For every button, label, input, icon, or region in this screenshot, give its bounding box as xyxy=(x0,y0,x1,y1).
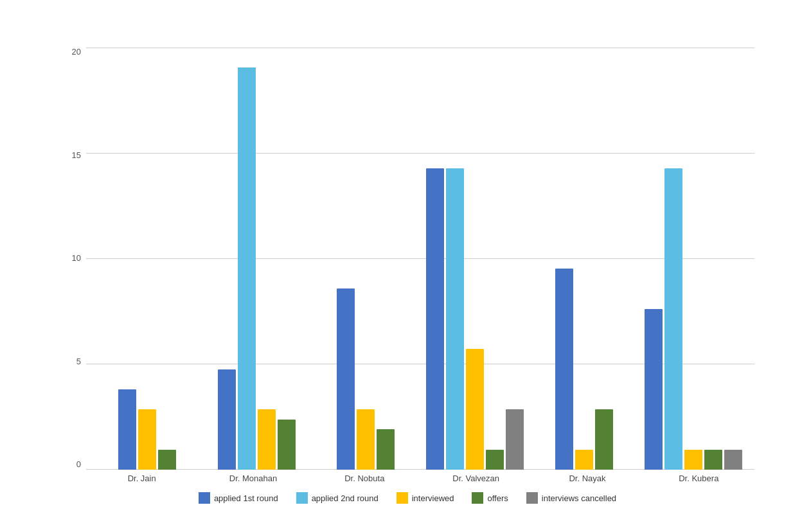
y-axis-label: 0 xyxy=(60,460,86,468)
bar-applied1st xyxy=(555,269,573,470)
grid-and-bars: 05101520 xyxy=(60,48,754,470)
bar-group xyxy=(530,48,639,470)
bar-group xyxy=(639,48,748,470)
bar-group xyxy=(202,48,311,470)
legend: applied 1st roundapplied 2nd roundinterv… xyxy=(60,492,754,504)
legend-swatch xyxy=(397,492,408,504)
bar-offers xyxy=(595,409,613,470)
y-axis: 05101520 xyxy=(60,48,86,470)
legend-label: applied 1st round xyxy=(214,493,278,503)
bar-group xyxy=(311,48,420,470)
bar-group xyxy=(420,48,530,470)
bar-applied1st xyxy=(118,389,136,470)
x-axis-label: Dr. Nobuta xyxy=(309,474,420,483)
bar-applied1st xyxy=(426,168,444,470)
bar-applied2nd xyxy=(664,168,682,470)
bar-interviewed xyxy=(684,450,702,470)
legend-label: interviews cancelled xyxy=(542,493,616,503)
legend-swatch xyxy=(526,492,538,504)
y-axis-label: 15 xyxy=(60,151,86,159)
x-axis-label: Dr. Kubera xyxy=(643,474,754,483)
bar-applied1st xyxy=(218,369,236,470)
bar-group xyxy=(93,48,202,470)
legend-item-applied2nd: applied 2nd round xyxy=(296,492,379,504)
legend-item-offers: offers xyxy=(472,492,508,504)
x-labels: Dr. JainDr. MonahanDr. NobutaDr. Valveza… xyxy=(86,474,754,483)
x-axis-label: Dr. Jain xyxy=(86,474,197,483)
bar-offers xyxy=(704,450,722,470)
bar-interviewed xyxy=(357,409,375,470)
bar-interviewed xyxy=(575,450,593,470)
legend-item-cancelledInterviews: interviews cancelled xyxy=(526,492,616,504)
x-axis-label: Dr. Nayak xyxy=(531,474,643,483)
bar-applied1st xyxy=(337,288,355,470)
bar-applied1st xyxy=(645,309,663,470)
chart-area: 05101520 Dr. JainDr. MonahanDr. NobutaDr… xyxy=(60,48,754,504)
chart-container: 05101520 Dr. JainDr. MonahanDr. NobutaDr… xyxy=(22,15,780,517)
bar-offers xyxy=(278,420,296,470)
legend-label: interviewed xyxy=(412,493,454,503)
bar-offers xyxy=(377,429,395,470)
bar-interviewed xyxy=(258,409,276,470)
bar-interviewed xyxy=(138,409,156,470)
legend-label: applied 2nd round xyxy=(312,493,379,503)
legend-swatch xyxy=(472,492,483,504)
bar-cancelledInterviews xyxy=(724,450,742,470)
legend-swatch xyxy=(296,492,308,504)
legend-label: offers xyxy=(487,493,508,503)
bar-cancelledInterviews xyxy=(506,409,524,470)
bar-offers xyxy=(486,450,504,470)
bar-applied2nd xyxy=(446,168,464,470)
y-axis-label: 5 xyxy=(60,357,86,366)
bars-row xyxy=(86,48,754,470)
bar-applied2nd xyxy=(238,67,256,470)
x-axis-label: Dr. Monahan xyxy=(197,474,308,483)
y-axis-label: 10 xyxy=(60,254,86,262)
legend-swatch xyxy=(199,492,210,504)
y-axis-label: 20 xyxy=(60,48,86,56)
bar-offers xyxy=(158,450,176,470)
legend-item-applied1st: applied 1st round xyxy=(199,492,278,504)
x-axis-label: Dr. Valvezan xyxy=(420,474,531,483)
plot-area xyxy=(86,48,754,470)
bar-interviewed xyxy=(466,349,484,470)
legend-item-interviewed: interviewed xyxy=(397,492,454,504)
